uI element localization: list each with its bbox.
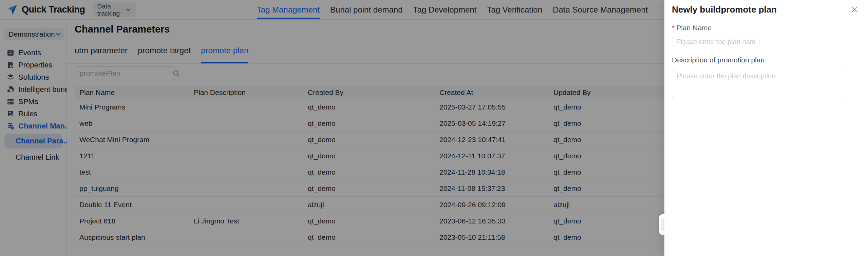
close-icon[interactable] [848, 3, 861, 16]
plan-description-textarea[interactable] [672, 69, 844, 99]
drawer-header: Newly buildpromote plan [664, 0, 868, 16]
new-promote-plan-drawer: Newly buildpromote plan *Plan Name Descr… [664, 0, 868, 256]
plan-name-label: *Plan Name [672, 24, 861, 32]
drawer-title: Newly buildpromote plan [672, 3, 848, 16]
plan-name-input[interactable] [672, 37, 759, 47]
plan-description-label: Description of promotion plan [672, 56, 861, 64]
drawer-body: *Plan Name Description of promotion plan [664, 16, 868, 100]
required-mark: * [672, 24, 675, 32]
drawer-resize-handle[interactable] [659, 214, 668, 235]
